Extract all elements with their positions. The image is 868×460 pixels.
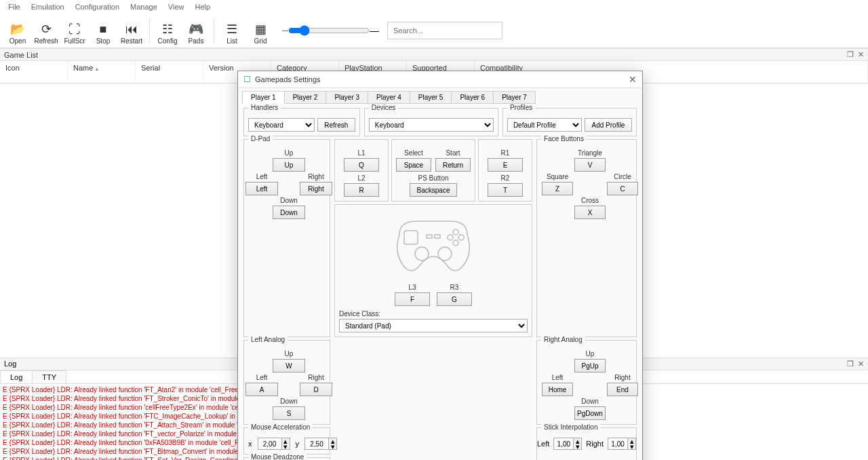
- la-down-button[interactable]: S: [273, 406, 305, 420]
- col-serial[interactable]: Serial: [136, 61, 203, 83]
- icon-size-slider[interactable]: ——: [282, 25, 379, 36]
- folder-icon: 📂: [10, 21, 25, 37]
- dpad-left-button[interactable]: Left: [245, 182, 278, 195]
- gamelist-float-icon[interactable]: ❐: [847, 50, 854, 59]
- start-button[interactable]: Return: [435, 158, 471, 172]
- search-input[interactable]: [387, 22, 502, 39]
- devices-legend: Devices: [369, 104, 399, 111]
- dpad-up-button[interactable]: Up: [273, 158, 305, 172]
- tab-player7[interactable]: Player 7: [493, 91, 536, 104]
- la-up-button[interactable]: W: [273, 359, 305, 372]
- fullscreen-icon: ⛶: [68, 21, 81, 37]
- config-button[interactable]: ☷Config: [154, 16, 181, 45]
- svg-rect-7: [427, 235, 432, 238]
- ps-button[interactable]: Backspace: [410, 183, 457, 197]
- r3-button[interactable]: G: [437, 292, 472, 306]
- l2-button[interactable]: R: [344, 183, 379, 197]
- stop-icon: ■: [100, 21, 107, 37]
- refresh-handlers-button[interactable]: Refresh: [317, 118, 355, 132]
- menu-file[interactable]: File: [4, 1, 24, 12]
- handlers-legend: Handlers: [248, 104, 281, 111]
- profiles-select[interactable]: Default Profile: [507, 118, 582, 132]
- svg-point-5: [458, 235, 464, 240]
- dpad-right-button[interactable]: Right: [300, 182, 332, 195]
- cross-button[interactable]: X: [574, 206, 606, 219]
- devices-select[interactable]: Keyboard: [369, 118, 494, 132]
- circle-button[interactable]: C: [607, 182, 638, 195]
- menubar: File Emulation Configuration Manage View…: [0, 0, 868, 14]
- menu-manage[interactable]: Manage: [126, 1, 161, 12]
- close-icon[interactable]: ✕: [629, 74, 637, 85]
- log-close-icon[interactable]: ✕: [858, 360, 864, 368]
- tab-player5[interactable]: Player 5: [410, 91, 452, 104]
- tab-player1[interactable]: Player 1: [242, 91, 285, 104]
- toolbar: 📂Open ⟳Refresh ⛶FullScr ■Stop ⏮Restart ☷…: [0, 14, 868, 48]
- grid-button[interactable]: ▦Grid: [247, 16, 274, 45]
- handlers-select[interactable]: Keyboard: [248, 118, 315, 132]
- maccel-x-spinner[interactable]: ▴▾: [258, 438, 290, 450]
- log-tab-tty[interactable]: TTY: [32, 370, 66, 383]
- gamepad-icon: ☐: [243, 75, 251, 84]
- config-icon: ☷: [162, 21, 173, 37]
- maccel-y-spinner[interactable]: ▴▾: [304, 438, 337, 450]
- stop-button[interactable]: ■Stop: [90, 16, 117, 45]
- svg-point-4: [448, 235, 453, 240]
- log-tab-log[interactable]: Log: [0, 370, 33, 383]
- refresh-icon: ⟳: [41, 21, 52, 37]
- select-button[interactable]: Space: [396, 158, 431, 172]
- svg-point-0: [415, 247, 429, 261]
- gamelist-close-icon[interactable]: ✕: [858, 50, 864, 59]
- log-float-icon[interactable]: ❐: [847, 360, 854, 368]
- pads-button[interactable]: 🎮Pads: [182, 16, 210, 45]
- restart-button[interactable]: ⏮Restart: [118, 16, 145, 45]
- dpad-legend: D-Pad: [248, 135, 273, 142]
- open-button[interactable]: 📂Open: [4, 16, 31, 45]
- la-left-button[interactable]: A: [245, 383, 278, 396]
- stick-right-spinner[interactable]: ▴▾: [608, 438, 636, 450]
- square-button[interactable]: Z: [542, 182, 573, 195]
- ra-up-button[interactable]: PgUp: [574, 359, 606, 372]
- dpad-down-button[interactable]: Down: [273, 206, 305, 219]
- right-analog-legend: Right Analog: [541, 336, 585, 343]
- svg-rect-8: [435, 235, 440, 238]
- tab-player3[interactable]: Player 3: [326, 91, 368, 104]
- list-button[interactable]: ☰List: [218, 16, 245, 45]
- mouse-accel-legend: Mouse Acceleration: [248, 423, 313, 431]
- r2-button[interactable]: T: [488, 183, 523, 197]
- stick-left-spinner[interactable]: ▴▾: [553, 438, 582, 450]
- fullscreen-button[interactable]: ⛶FullScr: [61, 16, 88, 45]
- dialog-title: Gamepads Settings: [255, 75, 629, 83]
- svg-rect-2: [404, 231, 418, 244]
- ra-down-button[interactable]: PgDown: [574, 406, 606, 420]
- r1-button[interactable]: E: [488, 158, 523, 172]
- l1-button[interactable]: Q: [344, 158, 379, 172]
- restart-icon: ⏮: [125, 21, 138, 37]
- tab-player2[interactable]: Player 2: [284, 91, 327, 104]
- la-right-button[interactable]: D: [300, 383, 332, 396]
- devclass-label: Device Class:: [339, 310, 528, 318]
- profiles-legend: Profiles: [507, 104, 535, 111]
- grid-icon: ▦: [255, 21, 267, 37]
- face-legend: Face Buttons: [541, 135, 587, 142]
- mouse-dz-legend: Mouse Deadzone: [248, 453, 307, 460]
- gamepads-dialog: ☐ Gamepads Settings ✕ Player 1 Player 2 …: [237, 71, 643, 460]
- add-profile-button[interactable]: Add Profile: [585, 118, 632, 132]
- menu-view[interactable]: View: [164, 1, 189, 12]
- col-name[interactable]: Name: [68, 61, 136, 83]
- ra-right-button[interactable]: End: [607, 383, 638, 396]
- triangle-button[interactable]: V: [574, 158, 606, 172]
- devclass-select[interactable]: Standard (Pad): [339, 319, 528, 332]
- ra-left-button[interactable]: Home: [542, 383, 573, 396]
- gamepad-icon: 🎮: [189, 21, 203, 37]
- tab-player4[interactable]: Player 4: [368, 91, 410, 104]
- tab-player6[interactable]: Player 6: [451, 91, 494, 104]
- l3-button[interactable]: F: [395, 292, 430, 306]
- refresh-button[interactable]: ⟳Refresh: [33, 16, 60, 45]
- col-icon[interactable]: Icon: [0, 61, 68, 83]
- controller-diagram: [382, 214, 484, 280]
- menu-help[interactable]: Help: [191, 1, 215, 12]
- svg-point-6: [453, 240, 458, 246]
- svg-point-3: [453, 229, 458, 235]
- menu-emulation[interactable]: Emulation: [27, 1, 68, 12]
- menu-configuration[interactable]: Configuration: [71, 1, 123, 12]
